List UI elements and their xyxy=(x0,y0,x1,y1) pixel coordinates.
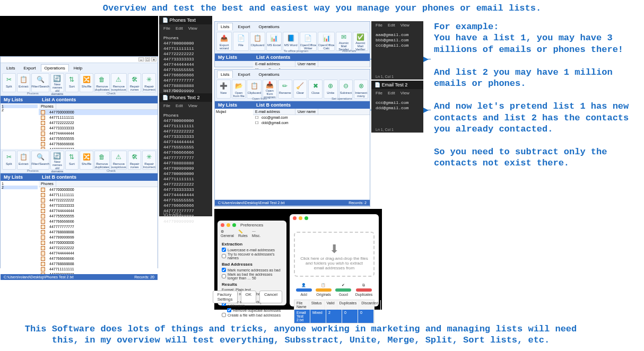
prefs-tab-general[interactable]: ⚙General xyxy=(221,230,234,238)
menu-file[interactable]: File xyxy=(376,91,382,95)
menu-file[interactable]: File xyxy=(163,26,170,31)
list-item[interactable]: 447733333333 xyxy=(39,126,158,131)
list-index-2[interactable]: 2 xyxy=(2,108,38,112)
toolbar-split-button[interactable]: ✂Split xyxy=(2,151,16,170)
menu-file[interactable]: File xyxy=(163,103,170,108)
toolbar-sort-button[interactable]: ⇅Sort xyxy=(65,151,79,170)
toolbar-new-button[interactable]: ➕New xyxy=(216,80,231,99)
list-item[interactable]: 447799999999 xyxy=(39,235,158,240)
toolbar-repair-incorrect-button[interactable]: ✳Repair Incorrect xyxy=(142,73,156,92)
list-index-2b[interactable]: 2 xyxy=(2,186,38,189)
list-index-1[interactable]: 1 xyxy=(2,104,38,108)
toolbar-clear-button[interactable]: 🧹Clear xyxy=(293,80,308,99)
tab-lists[interactable]: Lists xyxy=(217,71,233,78)
close-dot[interactable] xyxy=(221,223,224,227)
tab-operations[interactable]: Operations xyxy=(255,23,283,30)
menu-edit[interactable]: Edit xyxy=(176,26,183,31)
list-index-1b[interactable]: 1 xyxy=(2,182,38,186)
toolbar-repair-zones-button[interactable]: 🛠Repair zones xyxy=(128,151,142,170)
menu-view[interactable]: View xyxy=(401,91,410,95)
menu-edit[interactable]: Edit xyxy=(176,103,183,108)
toolbar-export-wizard-button[interactable]: 📤Export wizard xyxy=(216,32,232,51)
toolbar-remove-suspicious-button[interactable]: ⚠Remove suspicious xyxy=(111,151,127,170)
toolbar-sort-button[interactable]: ⇅Sort xyxy=(65,73,79,92)
toolbar-new-names-old-domains-button[interactable]: 🔄New names old domains xyxy=(50,151,64,170)
toolbar-openoffice-calc-button[interactable]: 📊OpenOffice Calc xyxy=(318,32,335,51)
list-item[interactable]: 447700000000 xyxy=(39,187,158,192)
list-item[interactable]: 447788888888 xyxy=(39,261,158,267)
menu-edit[interactable]: Edit xyxy=(388,91,395,95)
chk-numeric-bad[interactable] xyxy=(222,268,226,272)
toolbar-atomic-mail-verifier-button[interactable]: ✅Atomic Mail Verifier xyxy=(353,32,368,51)
cancel-button[interactable]: Cancel xyxy=(259,291,282,303)
toolbar-unite-button[interactable]: ⊕Unite xyxy=(324,80,338,99)
minimize-dot[interactable] xyxy=(227,223,230,227)
tab-export[interactable]: Export xyxy=(20,64,39,72)
toolbar-shuffle-button[interactable]: 🔀Shuffle xyxy=(80,73,93,92)
toolbar-intersect-many-button[interactable]: ⊗Intersect many xyxy=(354,80,368,99)
chk-bad-file[interactable] xyxy=(222,313,226,317)
toolbar-open-from-program-button[interactable]: 📥Open from program xyxy=(263,80,277,99)
factory-settings-button[interactable]: Factory Settings xyxy=(213,291,238,303)
list-item[interactable]: 447755555555 xyxy=(39,214,158,219)
list-item[interactable]: 447700000000 xyxy=(39,240,158,245)
toolbar-repair-incorrect-button[interactable]: ✳Repair Incorrect xyxy=(142,151,156,170)
zoom-dot[interactable] xyxy=(304,216,308,220)
toolbar-close-button[interactable]: ✖Close xyxy=(308,80,323,99)
zoom-dot[interactable] xyxy=(232,223,236,227)
table-row[interactable]: Email Test 2.txt Mixed 2 0 0 xyxy=(294,310,374,323)
chk-lowercase[interactable] xyxy=(222,248,226,252)
prefs-tab-misc[interactable]: ⋯Misc. xyxy=(252,230,260,238)
menu-view[interactable]: View xyxy=(401,23,410,28)
chk-recover-names[interactable] xyxy=(222,254,226,258)
tab-lists[interactable]: Lists xyxy=(217,23,233,30)
tab-operations[interactable]: Operations xyxy=(41,64,69,72)
list-item[interactable]: 447711111111 xyxy=(39,267,158,272)
app3-sidebar-item[interactable]: Mojad xyxy=(216,110,252,113)
list-item[interactable]: 447733333333 xyxy=(39,203,158,208)
chk-remove-dup[interactable] xyxy=(227,308,231,312)
toolbar-clipboard-button[interactable]: 📋Clipboard xyxy=(250,32,265,51)
menu-file[interactable]: File xyxy=(376,23,382,28)
toolbar-repair-zones-button[interactable]: 🛠Repair zones xyxy=(128,73,142,92)
list-item[interactable]: ☐ddd@gmail.com xyxy=(253,120,370,126)
list-item[interactable]: 447733333333 xyxy=(39,272,158,274)
tab-lists[interactable]: Lists xyxy=(3,64,19,72)
list-item[interactable]: 447711111111 xyxy=(39,115,158,120)
list-item[interactable]: 447766666666 xyxy=(39,219,158,224)
list-item[interactable]: 447777777777 xyxy=(39,224,158,230)
drop-zone[interactable]: ⬇ Click here or drag-and-drop the files … xyxy=(294,232,375,277)
list-item[interactable]: 447788888888 xyxy=(39,230,158,235)
menu-view[interactable]: View xyxy=(188,103,197,108)
toolbar-filter-search-button[interactable]: 🔍Filter/Search xyxy=(31,73,49,92)
ok-button[interactable]: OK xyxy=(241,291,257,303)
toolbar-rename-button[interactable]: ✏Rename xyxy=(278,80,292,99)
list-item[interactable]: 447744444444 xyxy=(39,208,158,214)
toolbar-open-from-file-button[interactable]: 📂Open from file xyxy=(232,80,246,99)
list-item[interactable]: 447722222222 xyxy=(39,245,158,251)
list-item[interactable]: 447766666666 xyxy=(39,256,158,261)
list-item[interactable]: 447711111111 xyxy=(39,192,158,198)
toolbar-clipboard-button[interactable]: 📋Clipboard xyxy=(247,80,262,99)
close-dot[interactable] xyxy=(293,216,297,220)
toolbar-remove-duplicates-button[interactable]: 🗑Remove duplicates xyxy=(94,73,110,92)
toolbar-split-button[interactable]: ✂Split xyxy=(2,73,16,92)
toolbar-atomic-mail-sender-button[interactable]: ✉Atomic Mail Sender xyxy=(336,32,351,51)
toolbar-new-names-old-domains-button[interactable]: 🔄New names old domains xyxy=(50,73,64,92)
toolbar-extract-button[interactable]: 📋Extract xyxy=(17,151,31,170)
toolbar-subtract-button[interactable]: ⊖Subtract xyxy=(339,80,353,99)
tab-help[interactable]: Help xyxy=(70,64,86,72)
toolbar-remove-suspicious-button[interactable]: ⚠Remove suspicious xyxy=(111,73,127,92)
toolbar-shuffle-button[interactable]: 🔀Shuffle xyxy=(80,151,93,170)
list-item[interactable]: 447744444444 xyxy=(39,131,158,136)
toolbar-file-button[interactable]: 📄File xyxy=(233,32,248,51)
tab-export[interactable]: Export xyxy=(234,23,254,30)
list-item[interactable]: 447766666666 xyxy=(39,142,158,147)
prefs-tab-rules[interactable]: 📏Rules xyxy=(238,230,248,238)
toolbar-filter-search-button[interactable]: 🔍Filter/Search xyxy=(31,151,49,170)
chk-longer-bad[interactable] xyxy=(222,274,226,278)
maximize-button[interactable]: □ xyxy=(145,57,150,62)
close-button[interactable]: × xyxy=(151,57,156,62)
toolbar-openoffice-writer-button[interactable]: 📄OpenOffice Writer xyxy=(300,32,317,51)
list-item[interactable]: 447700000000 xyxy=(39,110,158,115)
